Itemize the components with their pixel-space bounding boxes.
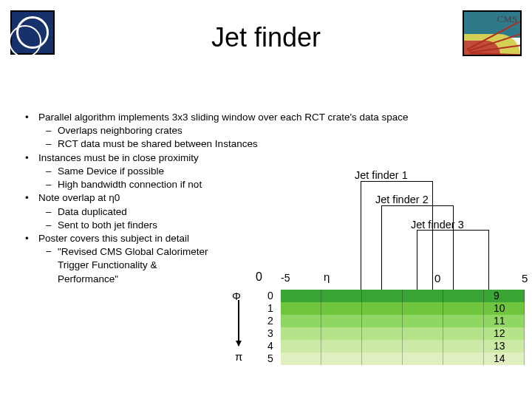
row-label: 11	[494, 315, 505, 327]
row-labels-left: 0 1 2 3 4 5	[267, 290, 273, 365]
bullet-text: Parallel algorithm implements 3x3 slidin…	[38, 112, 409, 123]
row-label: 0	[267, 290, 273, 302]
eta-phi-grid	[281, 290, 525, 365]
row-label: 10	[494, 302, 505, 315]
eta-phi-diagram: 0 -5 η 0 5 Φ π 0 1 2 3 4 5 9 10 11 12 13…	[259, 267, 525, 393]
bullet-text: Poster covers this subject in detail	[38, 233, 189, 244]
phi-label: Φ	[232, 290, 241, 302]
eta-label: η	[324, 270, 330, 283]
slide-title: Jet finder	[0, 22, 532, 53]
row-label: 13	[494, 340, 505, 352]
callout-jf1: Jet finder 1	[355, 169, 408, 181]
bullet-text: Instances must be in close proximity	[38, 152, 199, 163]
row-label: 2	[267, 315, 273, 327]
row-label: 1	[267, 302, 273, 315]
row-label: 4	[267, 340, 273, 352]
row-label: 5	[267, 352, 273, 365]
cms-logo: CMS	[463, 10, 522, 56]
row-label: 3	[267, 327, 273, 340]
row-label: 14	[494, 352, 505, 365]
phi-arrow-icon	[238, 300, 239, 346]
cms-label: CMS	[497, 13, 517, 25]
bullet-text: Note overlap at η0	[38, 192, 120, 203]
bullet-text: Overlaps neighboring crates	[43, 124, 434, 137]
bullet-text: RCT data must be shared between Instance…	[43, 137, 434, 151]
phi-pi-label: π	[235, 350, 242, 363]
axis-neg5: -5	[281, 272, 290, 284]
row-label: 9	[494, 290, 505, 302]
axis-zero-mid: 0	[434, 272, 440, 284]
axis-zero-left: 0	[256, 270, 262, 284]
row-label: 12	[494, 327, 505, 340]
axis-five: 5	[522, 272, 528, 284]
row-labels-right: 9 10 11 12 13 14	[494, 290, 505, 365]
bullet-text: "Revised CMS Global Calorimeter Trigger …	[43, 245, 213, 286]
